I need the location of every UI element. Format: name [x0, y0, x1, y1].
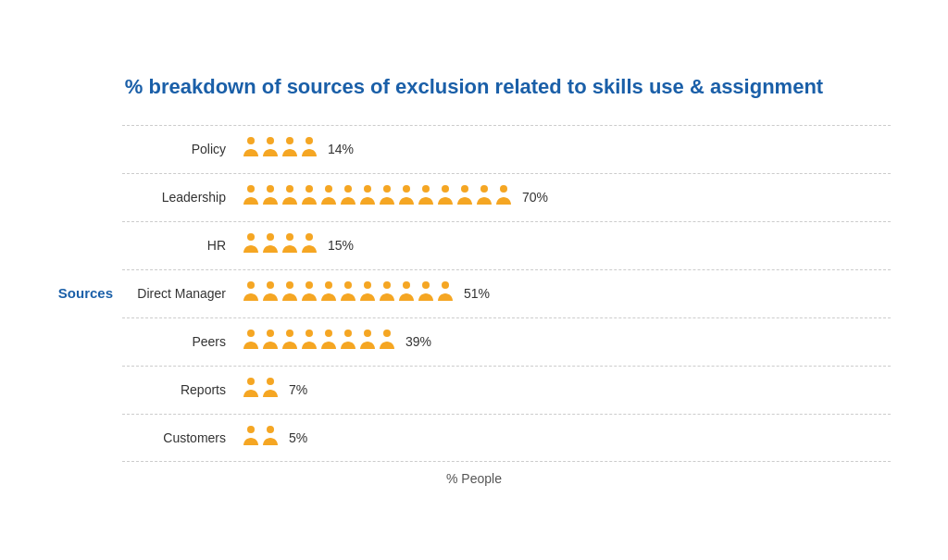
table-row: Direct Manager	[122, 269, 891, 317]
person-icon	[379, 184, 395, 210]
person-icon	[262, 280, 279, 306]
person-icon	[320, 184, 337, 210]
svg-point-43	[247, 426, 255, 433]
person-icon	[340, 329, 356, 355]
svg-point-31	[422, 281, 430, 289]
person-icon	[243, 232, 259, 258]
chart-container: % breakdown of sources of exclusion rela…	[30, 56, 918, 504]
svg-point-1	[267, 137, 274, 144]
svg-point-8	[325, 185, 332, 193]
svg-point-25	[306, 281, 313, 289]
row-label: Leadership	[122, 190, 243, 205]
person-icon	[340, 184, 356, 210]
svg-point-28	[364, 281, 371, 289]
person-icon	[437, 280, 454, 306]
person-icon	[281, 280, 298, 306]
person-icon	[398, 184, 415, 210]
person-icon	[243, 377, 259, 403]
svg-point-44	[267, 426, 274, 433]
svg-point-18	[247, 233, 255, 241]
svg-point-9	[344, 185, 352, 193]
person-icon	[281, 329, 298, 355]
row-icons: 39%	[243, 329, 431, 355]
svg-point-2	[286, 137, 293, 144]
person-icon	[495, 184, 512, 210]
percent-label: 39%	[405, 334, 431, 349]
person-icon	[437, 184, 454, 210]
person-icon	[301, 329, 318, 355]
row-icons: 51%	[243, 280, 490, 306]
svg-point-35	[286, 330, 293, 337]
svg-point-40	[383, 330, 391, 337]
svg-point-42	[267, 378, 274, 385]
svg-point-3	[306, 137, 313, 144]
table-row: Customers 5%	[122, 414, 891, 462]
person-icon	[359, 329, 376, 355]
person-icon	[301, 280, 318, 306]
svg-point-39	[364, 330, 371, 337]
person-icon	[301, 184, 318, 210]
person-icon	[281, 232, 298, 258]
person-icon	[320, 329, 337, 355]
svg-point-5	[267, 185, 274, 193]
person-icon	[262, 329, 279, 355]
person-icon	[243, 425, 259, 451]
svg-point-30	[403, 281, 410, 289]
person-icon	[418, 184, 434, 210]
person-icon	[262, 184, 279, 210]
svg-point-13	[422, 185, 430, 193]
svg-point-4	[247, 185, 255, 193]
row-icons: 70%	[243, 184, 548, 210]
row-label: HR	[122, 238, 243, 253]
person-icon	[243, 136, 259, 162]
person-icon	[281, 184, 298, 210]
svg-point-34	[267, 330, 274, 337]
svg-point-36	[306, 330, 313, 337]
chart-rows: Policy 14%Leadership	[122, 125, 891, 462]
person-icon	[281, 136, 298, 162]
chart-title: % breakdown of sources of exclusion rela…	[57, 75, 891, 99]
person-icon	[476, 184, 493, 210]
person-icon	[301, 232, 318, 258]
person-icon	[379, 280, 395, 306]
row-icons: 5%	[243, 425, 307, 451]
person-icon	[262, 232, 279, 258]
table-row: Peers 39%	[122, 317, 891, 366]
person-icon	[243, 329, 259, 355]
row-icons: 7%	[243, 377, 307, 403]
row-icons: 15%	[243, 232, 354, 258]
svg-point-21	[306, 233, 313, 241]
person-icon	[262, 425, 279, 451]
table-row: Policy 14%	[122, 125, 891, 173]
svg-point-32	[442, 281, 449, 289]
table-row: Leadership	[122, 173, 891, 221]
person-icon	[359, 280, 376, 306]
svg-point-41	[247, 378, 255, 385]
svg-point-33	[247, 330, 255, 337]
person-icon	[262, 377, 279, 403]
y-axis-label: Sources	[57, 125, 122, 462]
row-label: Reports	[122, 382, 243, 397]
svg-point-15	[461, 185, 468, 193]
svg-point-17	[500, 185, 507, 193]
person-icon	[398, 280, 415, 306]
percent-label: 7%	[289, 382, 307, 397]
person-icon	[340, 280, 356, 306]
percent-label: 15%	[328, 238, 354, 253]
svg-point-6	[286, 185, 293, 193]
svg-point-14	[442, 185, 449, 193]
percent-label: 5%	[289, 430, 307, 445]
svg-point-27	[344, 281, 352, 289]
svg-point-7	[306, 185, 313, 193]
percent-label: 14%	[328, 142, 354, 156]
person-icon	[320, 280, 337, 306]
row-label: Policy	[122, 142, 243, 156]
svg-point-26	[325, 281, 332, 289]
svg-point-38	[344, 330, 352, 337]
percent-label: 70%	[522, 190, 548, 205]
person-icon	[359, 184, 376, 210]
person-icon	[243, 280, 259, 306]
table-row: HR 15%	[122, 221, 891, 269]
row-label: Direct Manager	[122, 286, 243, 301]
row-label: Peers	[122, 334, 243, 349]
